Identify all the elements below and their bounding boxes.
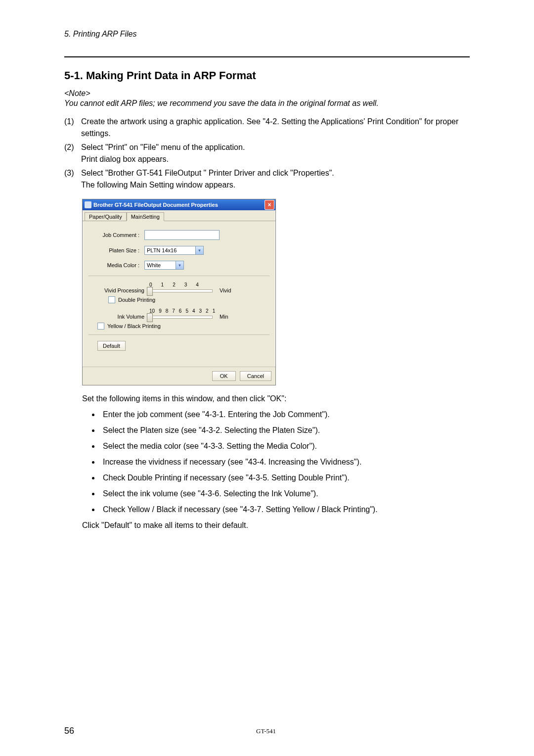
step-number: (2) xyxy=(64,142,81,165)
platen-size-value: PLTN 14x16 xyxy=(147,247,195,253)
page-footer: 56 GT-541 xyxy=(64,726,470,736)
yellow-black-checkbox[interactable] xyxy=(97,323,104,330)
close-icon: × xyxy=(267,201,271,208)
slider-thumb[interactable] xyxy=(147,287,153,296)
yellow-black-label: Yellow / Black Printing xyxy=(107,323,161,329)
platen-size-label: Platen Size : xyxy=(97,247,144,253)
after-bullets-text: Click "Default" to make all items to the… xyxy=(82,521,470,530)
chevron-down-icon: ▼ xyxy=(176,261,183,269)
properties-dialog: Brother GT-541 FileOutput Document Prope… xyxy=(82,199,276,385)
bullet-item: Increase the vividness if necessary (see… xyxy=(100,458,470,467)
steps-list: (1) Create the artwork using a graphic a… xyxy=(64,116,470,191)
double-printing-checkbox[interactable] xyxy=(108,296,115,303)
separator xyxy=(89,334,269,335)
vivid-suffix: Vivid xyxy=(220,287,231,293)
footer-model: GT-541 xyxy=(74,727,458,735)
step-text: Select "Print" on "File" menu of the app… xyxy=(81,142,470,165)
chevron-down-icon: ▼ xyxy=(195,246,203,254)
close-button[interactable]: × xyxy=(265,200,274,210)
after-dialog-text: Set the following items in this window, … xyxy=(82,394,470,403)
bullet-item: Select the media color (see "4-3-3. Sett… xyxy=(100,442,470,451)
tab-main-setting[interactable]: MainSetting xyxy=(127,212,164,221)
step-text: Create the artwork using a graphic appli… xyxy=(81,116,470,140)
bullet-item: Select the ink volume (see "4-3-6. Selec… xyxy=(100,489,470,498)
tab-paper-quality[interactable]: Paper/Quality xyxy=(85,212,127,221)
job-comment-label: Job Comment : xyxy=(97,232,144,238)
step-text: Select "Brother GT-541 FileOutput " Prin… xyxy=(81,167,470,191)
step-2: (2) Select "Print" on "File" menu of the… xyxy=(64,142,470,165)
dialog-titlebar[interactable]: Brother GT-541 FileOutput Document Prope… xyxy=(83,199,275,210)
step-3: (3) Select "Brother GT-541 FileOutput " … xyxy=(64,167,470,191)
step-number: (1) xyxy=(64,116,81,140)
platen-size-dropdown[interactable]: PLTN 14x16 ▼ xyxy=(144,246,204,255)
ink-suffix: Min xyxy=(220,314,228,320)
ink-slider[interactable] xyxy=(147,316,213,319)
cancel-button[interactable]: Cancel xyxy=(240,371,271,381)
job-comment-input[interactable] xyxy=(144,230,220,240)
section-title: 5-1. Making Print Data in ARP Format xyxy=(64,69,470,82)
media-color-label: Media Color : xyxy=(97,262,144,268)
tab-panel: Job Comment : Platen Size : PLTN 14x16 ▼… xyxy=(83,221,275,367)
double-printing-label: Double Printing xyxy=(118,297,155,303)
bullet-item: Enter the job comment (see "4-3-1. Enter… xyxy=(100,410,470,419)
vivid-slider[interactable] xyxy=(147,289,213,292)
dialog-title: Brother GT-541 FileOutput Document Prope… xyxy=(93,202,218,208)
note-body: You cannot edit ARP files; we recommend … xyxy=(64,99,470,108)
ink-volume-label: Ink Volume xyxy=(97,314,147,320)
media-color-dropdown[interactable]: White ▼ xyxy=(144,261,184,270)
dialog-button-row: OK Cancel xyxy=(83,367,275,385)
step-number: (3) xyxy=(64,167,81,191)
vivid-ticks: 0 1 2 3 4 xyxy=(147,282,199,287)
page-number: 56 xyxy=(64,726,74,736)
ink-ticks: 10 9 8 7 6 5 4 3 2 1 xyxy=(147,308,215,314)
ok-button[interactable]: OK xyxy=(212,371,236,381)
divider xyxy=(64,56,470,57)
note-heading: <Note> xyxy=(64,89,470,98)
tab-strip: Paper/Quality MainSetting xyxy=(83,210,275,221)
separator xyxy=(89,276,269,276)
step-1: (1) Create the artwork using a graphic a… xyxy=(64,116,470,140)
printer-icon xyxy=(85,201,91,208)
bullet-list: Enter the job comment (see "4-3-1. Enter… xyxy=(64,410,470,514)
default-button[interactable]: Default xyxy=(97,341,126,351)
chapter-header: 5. Printing ARP Files xyxy=(64,30,470,39)
slider-thumb[interactable] xyxy=(147,313,153,322)
bullet-item: Check Double Printing if necessary (see … xyxy=(100,473,470,482)
bullet-item: Select the Platen size (see "4-3-2. Sele… xyxy=(100,426,470,435)
media-color-value: White xyxy=(147,262,176,268)
vivid-processing-label: Vivid Processing xyxy=(97,287,147,293)
bullet-item: Check Yellow / Black if necessary (see "… xyxy=(100,505,470,514)
